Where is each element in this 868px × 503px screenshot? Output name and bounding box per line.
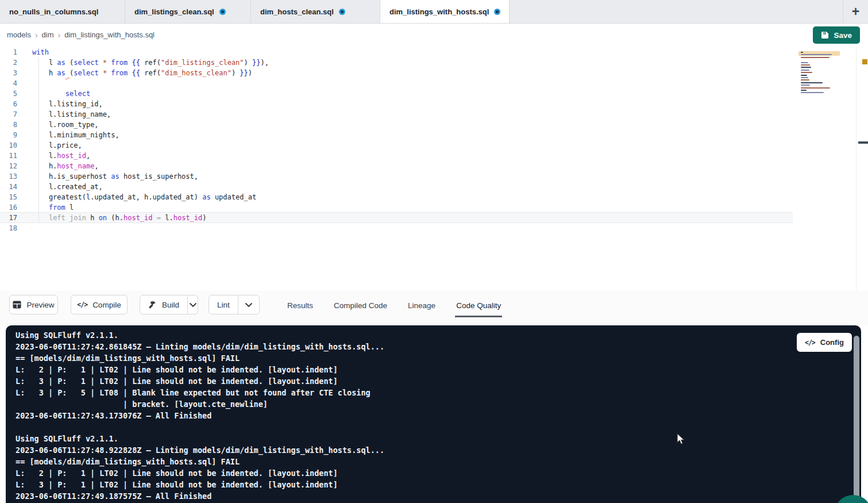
new-tab-button[interactable]: + <box>843 0 868 23</box>
lint-button[interactable]: Lint <box>209 295 238 314</box>
lint-dropdown-button[interactable] <box>238 295 259 314</box>
save-icon <box>821 31 829 39</box>
line-number: 9 <box>0 130 17 140</box>
build-button[interactable]: Build <box>140 295 187 314</box>
compile-label: Compile <box>92 301 121 309</box>
code-line: 2 l as (select * from {{ ref("dim_listin… <box>0 57 799 68</box>
minimap-line <box>801 82 823 83</box>
line-number: 7 <box>0 109 17 120</box>
code-line: 5 select <box>0 89 799 99</box>
code-line: 10 l.price, <box>0 140 799 151</box>
plus-icon: + <box>852 4 859 20</box>
config-button[interactable]: </> Config <box>797 333 852 352</box>
code-line: 13 h.is_superhost as host_is_superhost, <box>0 171 799 182</box>
file-tab[interactable]: dim_hosts_clean.sql <box>251 0 380 23</box>
code-text: l.price, <box>32 140 82 151</box>
minimap-line <box>801 70 809 71</box>
code-editor[interactable]: 1with2 l as (select * from {{ ref("dim_l… <box>0 46 868 291</box>
line-number: 10 <box>0 140 17 151</box>
build-split-button: Build <box>140 295 198 314</box>
terminal-line: L: 2 | P: 1 | LT02 | Line should not be … <box>16 467 338 479</box>
code-text: from l <box>32 202 74 213</box>
code-text: l.listing_name, <box>32 109 111 120</box>
terminal-line: | bracket. [layout.cte_newline] <box>16 398 268 410</box>
minimap-line <box>801 79 809 80</box>
file-tab[interactable]: dim_listings_with_hosts.sql <box>380 0 510 23</box>
code-text: select <box>32 89 90 99</box>
terminal-line: L: 3 | P: 1 | LT02 | Line should not be … <box>16 479 338 490</box>
terminal-line: == [models/dim/dim_listings_with_hosts.s… <box>16 456 240 467</box>
line-number: 3 <box>0 68 17 78</box>
code-line: 17 left join h on (h.host_id = l.host_id… <box>0 213 799 223</box>
preview-button[interactable]: Preview <box>9 295 58 314</box>
save-button[interactable]: Save <box>813 26 860 44</box>
terminal-line: Using SQLFluff v2.1.1. <box>16 329 118 341</box>
terminal-line: 2023-06-06T11:27:48.922828Z — Linting mo… <box>16 444 384 456</box>
minimap-line <box>801 92 824 93</box>
overview-ruler[interactable] <box>856 46 868 291</box>
line-number: 14 <box>0 182 17 192</box>
terminal-output: Using SQLFluff v2.1.1.2023-06-06T11:27:4… <box>6 325 861 503</box>
minimap-line <box>801 57 830 58</box>
warning-marker <box>862 59 867 64</box>
code-text: l.minimum_nights, <box>32 130 119 140</box>
file-tab-label: dim_listings_with_hosts.sql <box>389 7 489 16</box>
panel-tabs: ResultsCompiled CodeLineageCode Quality <box>286 291 502 319</box>
terminal-line: L: 3 | P: 1 | LT02 | Line should not be … <box>16 375 338 387</box>
code-line: 15 greatest(l.updated_at, h.updated_at) … <box>0 192 799 202</box>
code-line: 16 from l <box>0 202 799 213</box>
chevron-right-icon: › <box>58 30 61 40</box>
code-line: 8 l.room_type, <box>0 120 799 130</box>
code-line: 9 l.minimum_nights, <box>0 130 799 140</box>
file-tab-label: dim_hosts_clean.sql <box>260 7 334 16</box>
line-number: 6 <box>0 99 17 109</box>
code-line: 14 l.created_at, <box>0 182 799 192</box>
line-number: 17 <box>0 213 17 223</box>
unsaved-changes-icon <box>219 9 226 15</box>
preview-table-icon <box>13 301 21 309</box>
file-tab[interactable]: dim_listings_clean.sql <box>125 0 251 23</box>
code-text: l.listing_id, <box>32 99 103 109</box>
mouse-cursor <box>677 433 686 446</box>
breadcrumb-item[interactable]: dim <box>42 30 54 39</box>
panel-tab-lineage[interactable]: Lineage <box>407 293 437 317</box>
code-text: l.host_id, <box>32 151 90 161</box>
code-text: with <box>32 47 49 57</box>
line-number: 12 <box>0 161 17 171</box>
line-number: 8 <box>0 120 17 130</box>
code-text: l.room_type, <box>32 120 99 130</box>
minimap[interactable] <box>798 48 840 101</box>
terminal-line: == [models/dim/dim_listings_with_hosts.s… <box>16 352 240 364</box>
chevron-right-icon: › <box>35 30 38 40</box>
code-icon: </> <box>805 339 815 347</box>
line-number: 4 <box>0 78 17 89</box>
line-number: 15 <box>0 192 17 202</box>
panel-tab-code-quality[interactable]: Code Quality <box>455 293 502 317</box>
breadcrumb-item[interactable]: dim_listings_with_hosts.sql <box>64 30 155 39</box>
compile-button[interactable]: </> Compile <box>71 295 128 314</box>
chevron-down-icon <box>190 303 196 307</box>
minimap-line <box>801 75 807 76</box>
panel-tab-results[interactable]: Results <box>286 293 314 317</box>
code-text: l.created_at, <box>32 182 103 192</box>
code-line: 4 <box>0 78 799 89</box>
code-line: 11 l.host_id, <box>0 151 799 161</box>
file-tab-label: dim_listings_clean.sql <box>134 7 214 16</box>
line-number: 5 <box>0 89 17 99</box>
breadcrumb-item[interactable]: models <box>7 30 31 39</box>
code-text: left join h on (h.host_id = l.host_id) <box>32 213 207 223</box>
panel-tab-compiled-code[interactable]: Compiled Code <box>333 293 388 317</box>
config-label: Config <box>820 338 844 347</box>
tab-bar: no_nulls_in_columns.sqldim_listings_clea… <box>0 0 868 24</box>
line-number: 18 <box>0 223 17 233</box>
unsaved-changes-icon <box>494 9 500 15</box>
code-line: 1with <box>0 47 799 57</box>
code-line: 18 <box>0 223 799 233</box>
hammer-icon <box>148 301 157 309</box>
minimap-line <box>801 87 830 89</box>
build-dropdown-button[interactable] <box>187 295 198 314</box>
scroll-position-marker <box>858 141 868 144</box>
terminal-scrollbar[interactable] <box>854 336 859 503</box>
file-tab[interactable]: no_nulls_in_columns.sql <box>0 0 125 23</box>
minimap-line <box>801 64 810 66</box>
